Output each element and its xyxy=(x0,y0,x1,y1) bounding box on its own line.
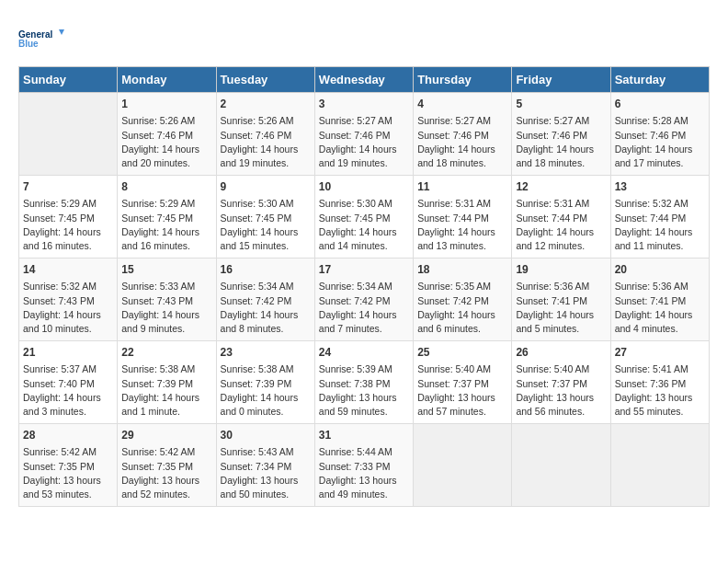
calendar-cell: 5Sunrise: 5:27 AM Sunset: 7:46 PM Daylig… xyxy=(512,93,610,176)
day-info: Sunrise: 5:31 AM Sunset: 7:44 PM Dayligh… xyxy=(516,197,606,253)
day-number: 23 xyxy=(221,345,311,361)
day-info: Sunrise: 5:27 AM Sunset: 7:46 PM Dayligh… xyxy=(417,114,507,170)
calendar-cell: 27Sunrise: 5:41 AM Sunset: 7:36 PM Dayli… xyxy=(610,341,709,424)
svg-text:Blue: Blue xyxy=(18,39,39,49)
day-info: Sunrise: 5:30 AM Sunset: 7:45 PM Dayligh… xyxy=(319,197,409,253)
day-info: Sunrise: 5:38 AM Sunset: 7:39 PM Dayligh… xyxy=(221,362,311,419)
day-number: 12 xyxy=(516,179,606,195)
calendar-cell: 9Sunrise: 5:30 AM Sunset: 7:45 PM Daylig… xyxy=(216,176,314,259)
day-info: Sunrise: 5:27 AM Sunset: 7:46 PM Dayligh… xyxy=(319,114,409,170)
day-number: 7 xyxy=(23,179,113,195)
day-info: Sunrise: 5:40 AM Sunset: 7:37 PM Dayligh… xyxy=(417,362,507,419)
day-info: Sunrise: 5:34 AM Sunset: 7:42 PM Dayligh… xyxy=(221,280,311,336)
calendar-cell: 25Sunrise: 5:40 AM Sunset: 7:37 PM Dayli… xyxy=(414,341,512,424)
weekday-header-sunday: Sunday xyxy=(19,67,118,93)
day-info: Sunrise: 5:41 AM Sunset: 7:36 PM Dayligh… xyxy=(615,362,705,419)
calendar-cell: 31Sunrise: 5:44 AM Sunset: 7:33 PM Dayli… xyxy=(314,424,413,507)
svg-marker-2 xyxy=(59,29,64,35)
day-info: Sunrise: 5:35 AM Sunset: 7:42 PM Dayligh… xyxy=(417,280,507,336)
weekday-header-monday: Monday xyxy=(118,67,216,93)
weekday-header-friday: Friday xyxy=(512,67,610,93)
calendar-cell: 29Sunrise: 5:42 AM Sunset: 7:35 PM Dayli… xyxy=(118,424,216,507)
calendar-cell: 13Sunrise: 5:32 AM Sunset: 7:44 PM Dayli… xyxy=(610,176,709,259)
day-info: Sunrise: 5:32 AM Sunset: 7:43 PM Dayligh… xyxy=(23,280,113,336)
day-number: 3 xyxy=(319,97,409,112)
day-info: Sunrise: 5:38 AM Sunset: 7:39 PM Dayligh… xyxy=(121,362,211,419)
calendar-cell: 26Sunrise: 5:40 AM Sunset: 7:37 PM Dayli… xyxy=(512,341,610,424)
day-info: Sunrise: 5:32 AM Sunset: 7:44 PM Dayligh… xyxy=(615,197,705,253)
day-number: 14 xyxy=(23,262,113,278)
weekday-header-tuesday: Tuesday xyxy=(216,67,314,93)
day-number: 18 xyxy=(417,262,507,278)
day-number: 22 xyxy=(121,345,211,361)
day-number: 5 xyxy=(516,97,606,112)
calendar-cell: 3Sunrise: 5:27 AM Sunset: 7:46 PM Daylig… xyxy=(314,93,413,176)
day-info: Sunrise: 5:29 AM Sunset: 7:45 PM Dayligh… xyxy=(121,197,211,253)
calendar-cell xyxy=(19,93,118,176)
calendar-week-row: 1Sunrise: 5:26 AM Sunset: 7:46 PM Daylig… xyxy=(19,93,710,176)
day-number: 16 xyxy=(221,262,311,278)
day-number: 25 xyxy=(417,345,507,361)
calendar-cell: 22Sunrise: 5:38 AM Sunset: 7:39 PM Dayli… xyxy=(118,341,216,424)
calendar-cell: 10Sunrise: 5:30 AM Sunset: 7:45 PM Dayli… xyxy=(314,176,413,259)
weekday-header-wednesday: Wednesday xyxy=(314,67,413,93)
weekday-header-saturday: Saturday xyxy=(610,67,709,93)
page-header: General Blue xyxy=(18,18,710,59)
day-info: Sunrise: 5:28 AM Sunset: 7:46 PM Dayligh… xyxy=(615,114,705,170)
day-number: 24 xyxy=(319,345,409,361)
calendar-cell: 30Sunrise: 5:43 AM Sunset: 7:34 PM Dayli… xyxy=(216,424,314,507)
calendar-cell: 24Sunrise: 5:39 AM Sunset: 7:38 PM Dayli… xyxy=(314,341,413,424)
logo-svg: General Blue xyxy=(18,18,64,59)
day-info: Sunrise: 5:36 AM Sunset: 7:41 PM Dayligh… xyxy=(516,280,606,336)
calendar-cell: 16Sunrise: 5:34 AM Sunset: 7:42 PM Dayli… xyxy=(216,259,314,341)
calendar-cell: 15Sunrise: 5:33 AM Sunset: 7:43 PM Dayli… xyxy=(118,259,216,341)
svg-text:General: General xyxy=(18,29,52,40)
calendar-cell: 7Sunrise: 5:29 AM Sunset: 7:45 PM Daylig… xyxy=(19,176,118,259)
calendar-cell: 28Sunrise: 5:42 AM Sunset: 7:35 PM Dayli… xyxy=(19,424,118,507)
day-info: Sunrise: 5:27 AM Sunset: 7:46 PM Dayligh… xyxy=(516,114,606,170)
day-number: 10 xyxy=(319,179,409,195)
day-number: 19 xyxy=(516,262,606,278)
day-number: 29 xyxy=(121,428,211,443)
day-info: Sunrise: 5:40 AM Sunset: 7:37 PM Dayligh… xyxy=(516,362,606,419)
day-number: 31 xyxy=(319,428,409,443)
calendar-week-row: 7Sunrise: 5:29 AM Sunset: 7:45 PM Daylig… xyxy=(19,176,710,259)
calendar-cell xyxy=(610,424,709,507)
day-number: 21 xyxy=(23,345,113,361)
calendar-cell xyxy=(414,424,512,507)
day-number: 13 xyxy=(615,179,705,195)
calendar-cell: 19Sunrise: 5:36 AM Sunset: 7:41 PM Dayli… xyxy=(512,259,610,341)
calendar-cell: 8Sunrise: 5:29 AM Sunset: 7:45 PM Daylig… xyxy=(118,176,216,259)
day-number: 27 xyxy=(615,345,705,361)
day-info: Sunrise: 5:29 AM Sunset: 7:45 PM Dayligh… xyxy=(23,197,113,253)
calendar-cell: 20Sunrise: 5:36 AM Sunset: 7:41 PM Dayli… xyxy=(610,259,709,341)
calendar-week-row: 28Sunrise: 5:42 AM Sunset: 7:35 PM Dayli… xyxy=(19,424,710,507)
day-number: 9 xyxy=(221,179,311,195)
calendar-cell: 23Sunrise: 5:38 AM Sunset: 7:39 PM Dayli… xyxy=(216,341,314,424)
calendar-week-row: 14Sunrise: 5:32 AM Sunset: 7:43 PM Dayli… xyxy=(19,259,710,341)
calendar-cell: 4Sunrise: 5:27 AM Sunset: 7:46 PM Daylig… xyxy=(414,93,512,176)
calendar-cell: 11Sunrise: 5:31 AM Sunset: 7:44 PM Dayli… xyxy=(414,176,512,259)
calendar-cell: 12Sunrise: 5:31 AM Sunset: 7:44 PM Dayli… xyxy=(512,176,610,259)
day-number: 11 xyxy=(417,179,507,195)
calendar-cell: 6Sunrise: 5:28 AM Sunset: 7:46 PM Daylig… xyxy=(610,93,709,176)
day-number: 30 xyxy=(221,428,311,443)
weekday-header-row: SundayMondayTuesdayWednesdayThursdayFrid… xyxy=(19,67,710,93)
calendar-cell: 2Sunrise: 5:26 AM Sunset: 7:46 PM Daylig… xyxy=(216,93,314,176)
day-info: Sunrise: 5:30 AM Sunset: 7:45 PM Dayligh… xyxy=(221,197,311,253)
day-info: Sunrise: 5:33 AM Sunset: 7:43 PM Dayligh… xyxy=(121,280,211,336)
day-number: 8 xyxy=(121,179,211,195)
day-number: 6 xyxy=(615,97,705,112)
day-info: Sunrise: 5:26 AM Sunset: 7:46 PM Dayligh… xyxy=(221,114,311,170)
calendar-cell: 1Sunrise: 5:26 AM Sunset: 7:46 PM Daylig… xyxy=(118,93,216,176)
day-number: 17 xyxy=(319,262,409,278)
calendar-week-row: 21Sunrise: 5:37 AM Sunset: 7:40 PM Dayli… xyxy=(19,341,710,424)
calendar-cell: 17Sunrise: 5:34 AM Sunset: 7:42 PM Dayli… xyxy=(314,259,413,341)
weekday-header-thursday: Thursday xyxy=(414,67,512,93)
day-info: Sunrise: 5:34 AM Sunset: 7:42 PM Dayligh… xyxy=(319,280,409,336)
logo: General Blue xyxy=(18,18,64,59)
day-info: Sunrise: 5:26 AM Sunset: 7:46 PM Dayligh… xyxy=(121,114,211,170)
calendar-cell: 21Sunrise: 5:37 AM Sunset: 7:40 PM Dayli… xyxy=(19,341,118,424)
day-info: Sunrise: 5:36 AM Sunset: 7:41 PM Dayligh… xyxy=(615,280,705,336)
calendar-cell: 18Sunrise: 5:35 AM Sunset: 7:42 PM Dayli… xyxy=(414,259,512,341)
